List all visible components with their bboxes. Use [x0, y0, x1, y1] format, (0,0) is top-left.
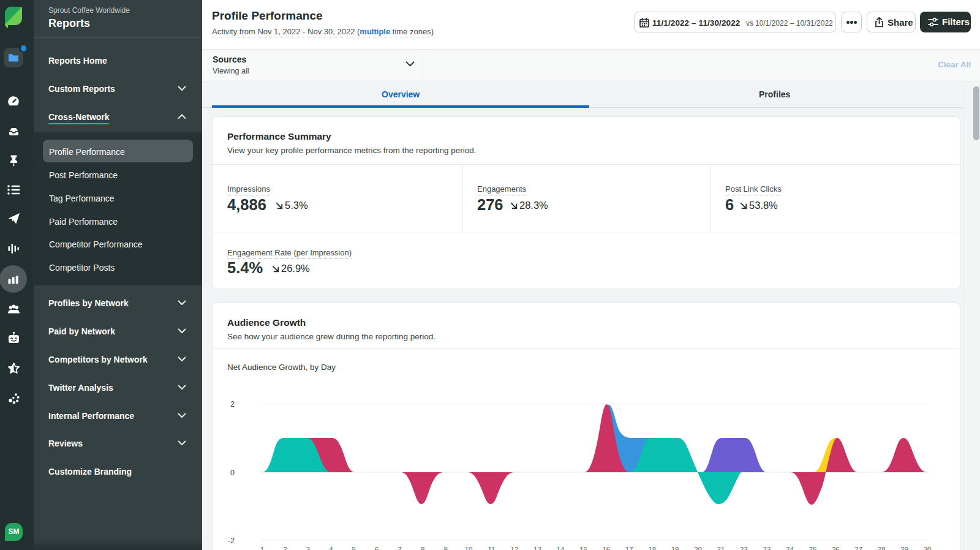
svg-text:2: 2: [283, 546, 287, 550]
svg-text:4: 4: [329, 546, 333, 550]
svg-text:-2: -2: [228, 537, 235, 545]
svg-text:28: 28: [878, 546, 886, 550]
svg-text:25: 25: [809, 546, 816, 550]
svg-text:3: 3: [306, 546, 310, 550]
svg-text:24: 24: [786, 546, 794, 550]
svg-text:2: 2: [230, 400, 235, 409]
svg-text:30: 30: [924, 546, 932, 550]
svg-text:1: 1: [260, 546, 264, 550]
svg-text:16: 16: [602, 546, 610, 550]
svg-text:29: 29: [900, 546, 908, 550]
svg-text:5: 5: [352, 546, 356, 550]
svg-text:6: 6: [375, 546, 379, 550]
svg-text:19: 19: [671, 546, 679, 550]
svg-text:11: 11: [488, 546, 496, 550]
svg-text:20: 20: [694, 546, 702, 550]
svg-text:12: 12: [511, 546, 519, 550]
svg-text:7: 7: [398, 546, 401, 550]
svg-text:8: 8: [421, 546, 424, 550]
svg-text:23: 23: [763, 546, 771, 550]
svg-text:0: 0: [230, 469, 235, 477]
svg-text:27: 27: [854, 546, 862, 550]
svg-text:10: 10: [465, 546, 473, 550]
svg-text:18: 18: [648, 546, 656, 550]
svg-text:9: 9: [443, 546, 447, 550]
svg-text:21: 21: [717, 546, 725, 550]
svg-text:22: 22: [740, 546, 748, 550]
svg-text:14: 14: [557, 546, 565, 550]
svg-text:13: 13: [533, 546, 541, 550]
svg-text:15: 15: [579, 546, 587, 550]
svg-text:26: 26: [832, 546, 840, 550]
svg-text:17: 17: [625, 546, 633, 550]
